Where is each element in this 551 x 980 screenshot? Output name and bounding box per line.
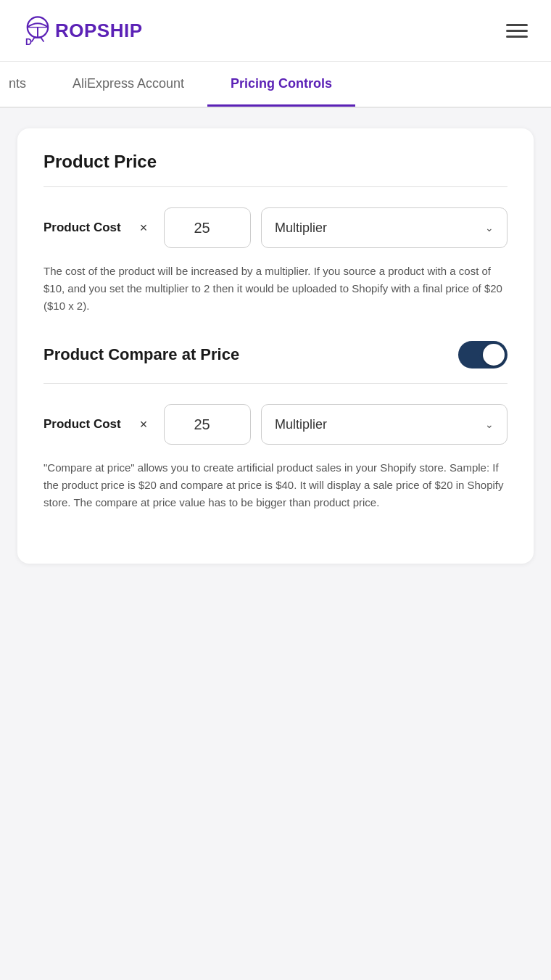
product-cost-label-2: Product Cost	[44, 416, 123, 432]
logo: D ROPSHIP	[20, 13, 143, 48]
tab-aliexpress[interactable]: AliExpress Account	[49, 62, 207, 107]
hamburger-line-2	[506, 30, 528, 32]
logo-icon: D	[20, 13, 55, 48]
compare-price-input-row: Product Cost × Multiplier ⌄	[44, 404, 508, 445]
hamburger-button[interactable]	[503, 21, 531, 41]
app-header: D ROPSHIP	[0, 0, 551, 62]
logo-text: ROPSHIP	[55, 20, 143, 42]
svg-text:D: D	[25, 37, 32, 47]
hamburger-line-1	[506, 24, 528, 26]
product-cost-close-btn-1[interactable]: ×	[133, 218, 154, 238]
compare-at-price-description: "Compare at price" allows you to create …	[44, 459, 508, 511]
tab-pricing-controls[interactable]: Pricing Controls	[207, 62, 355, 107]
multiplier-dropdown-1[interactable]: Multiplier ⌄	[261, 207, 508, 248]
hamburger-line-3	[506, 36, 528, 38]
section1-divider	[44, 186, 508, 187]
product-cost-label-1: Product Cost	[44, 220, 123, 236]
main-content: Product Price Product Cost × Multiplier …	[0, 108, 551, 584]
pricing-card: Product Price Product Cost × Multiplier …	[17, 128, 534, 564]
multiplier-chevron-1: ⌄	[485, 222, 494, 234]
toggle-thumb	[483, 344, 505, 366]
compare-at-price-title: Product Compare at Price	[44, 345, 239, 364]
product-cost-close-btn-2[interactable]: ×	[133, 414, 154, 435]
section2-divider	[44, 383, 508, 384]
product-cost-input-1[interactable]	[164, 207, 251, 248]
product-price-description: The cost of the product will be increase…	[44, 263, 508, 315]
tab-partial[interactable]: nts	[0, 62, 49, 107]
tabs-bar: nts AliExpress Account Pricing Controls	[0, 62, 551, 108]
multiplier-dropdown-2[interactable]: Multiplier ⌄	[261, 404, 508, 445]
product-price-title: Product Price	[44, 152, 508, 172]
compare-at-price-toggle[interactable]	[458, 341, 508, 368]
multiplier-chevron-2: ⌄	[485, 419, 494, 430]
product-cost-input-2[interactable]	[164, 404, 251, 445]
compare-at-price-row: Product Compare at Price	[44, 341, 508, 368]
product-price-input-row: Product Cost × Multiplier ⌄	[44, 207, 508, 248]
